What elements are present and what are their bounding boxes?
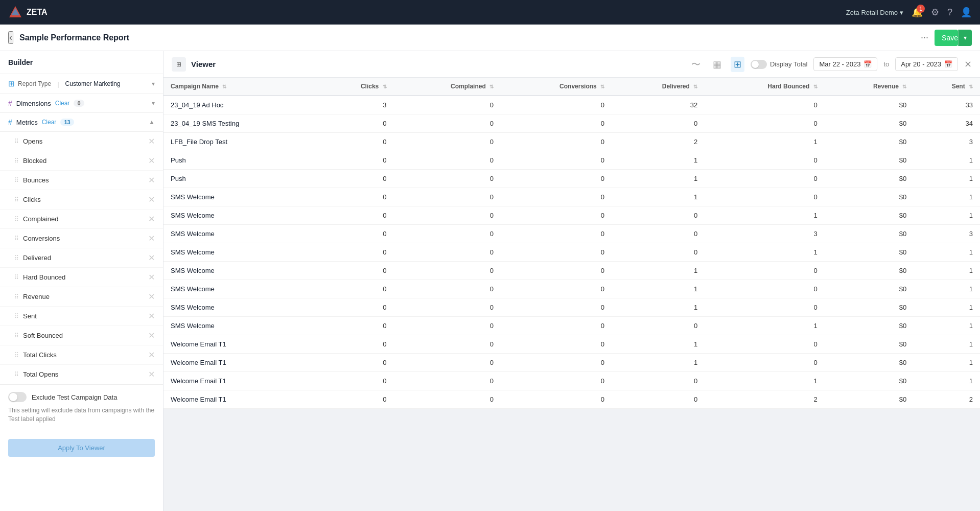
table-cell: 0 (705, 298, 824, 317)
table-cell: 0 (318, 298, 393, 317)
drag-handle-icon: ⠿ (14, 274, 19, 281)
table-cell: $0 (825, 188, 914, 206)
table-cell: 0 (705, 114, 824, 133)
table-row: Welcome Email T100010$01 (164, 335, 980, 354)
table-cell: SMS Welcome (164, 298, 318, 317)
remove-metric-button[interactable]: ✕ (148, 234, 155, 243)
table-cell: SMS Welcome (164, 280, 318, 298)
table-column-header[interactable]: Sent ⇅ (914, 78, 980, 96)
table-cell: 3 (914, 225, 980, 243)
table-cell: 0 (318, 354, 393, 372)
table-cell: $0 (825, 133, 914, 151)
table-column-header[interactable]: Delivered ⇅ (612, 78, 705, 96)
save-button[interactable]: Save (935, 30, 958, 46)
remove-metric-button[interactable]: ✕ (148, 350, 155, 360)
metric-item: ⠿ Bounces ✕ (0, 171, 163, 190)
table-cell: 1 (914, 298, 980, 317)
question-icon[interactable]: ? (947, 7, 952, 18)
remove-metric-button[interactable]: ✕ (148, 292, 155, 301)
remove-metric-button[interactable]: ✕ (148, 369, 155, 379)
remove-metric-button[interactable]: ✕ (148, 136, 155, 146)
remove-metric-button[interactable]: ✕ (148, 311, 155, 321)
table-row: Welcome Email T100002$02 (164, 390, 980, 409)
table-cell: $0 (825, 114, 914, 133)
user-icon[interactable]: 👤 (961, 7, 972, 18)
viewer-header: ⊞ Viewer 〜 ▦ ⊞ Display Total Mar 22 - 20… (164, 51, 980, 78)
table-cell: 0 (318, 317, 393, 335)
table-cell: 2 (612, 133, 705, 151)
gear-icon[interactable]: ⚙ (931, 7, 939, 18)
remove-metric-button[interactable]: ✕ (148, 195, 155, 204)
table-cell: 1 (705, 317, 824, 335)
remove-metric-button[interactable]: ✕ (148, 156, 155, 166)
viewer-panel: ⊞ Viewer 〜 ▦ ⊞ Display Total Mar 22 - 20… (164, 51, 980, 511)
table-cell: 0 (501, 96, 612, 114)
table-cell: $0 (825, 335, 914, 354)
back-button[interactable]: ‹ (8, 31, 13, 44)
table-cell: $0 (825, 317, 914, 335)
bar-chart-button[interactable]: ▦ (710, 57, 725, 72)
viewer-grid-icon[interactable]: ⊞ (172, 57, 186, 72)
table-cell: 0 (705, 96, 824, 114)
table-cell: 0 (501, 317, 612, 335)
date-to-label: to (883, 60, 889, 68)
date-from-input[interactable]: Mar 22 - 2023 📅 (813, 57, 877, 71)
metrics-clear-button[interactable]: Clear (42, 119, 57, 126)
drag-handle-icon: ⠿ (14, 138, 19, 145)
metrics-section-header[interactable]: # Metrics Clear 13 ▲ (0, 113, 163, 132)
remove-metric-button[interactable]: ✕ (148, 272, 155, 282)
table-cell: 0 (612, 243, 705, 262)
date-to-input[interactable]: Apr 20 - 2023 📅 (895, 57, 958, 71)
display-total-toggle[interactable]: Display Total (751, 60, 807, 69)
table-row: Push00010$01 (164, 151, 980, 170)
org-selector[interactable]: Zeta Retail Demo ▾ (846, 9, 903, 16)
remove-metric-button[interactable]: ✕ (148, 214, 155, 224)
table-row: Welcome Email T100010$01 (164, 354, 980, 372)
table-cell: 0 (612, 390, 705, 409)
table-cell: 0 (705, 262, 824, 280)
table-cell: 0 (394, 206, 501, 225)
table-cell: 0 (318, 133, 393, 151)
table-cell: SMS Welcome (164, 225, 318, 243)
remove-metric-button[interactable]: ✕ (148, 253, 155, 263)
remove-metric-button[interactable]: ✕ (148, 175, 155, 185)
more-options-button[interactable]: ··· (919, 30, 930, 45)
table-column-header[interactable]: Revenue ⇅ (825, 78, 914, 96)
table-cell: 1 (914, 170, 980, 188)
date-from-value: Mar 22 - 2023 (819, 60, 860, 68)
table-view-button[interactable]: ⊞ (731, 57, 744, 72)
line-chart-button[interactable]: 〜 (688, 56, 704, 73)
metric-name: Conversions (23, 235, 148, 242)
table-cell: 0 (705, 280, 824, 298)
builder-header: Builder (0, 51, 163, 74)
remove-metric-button[interactable]: ✕ (148, 331, 155, 340)
metric-item: ⠿ Delivered ✕ (0, 248, 163, 268)
table-column-header[interactable]: Clicks ⇅ (318, 78, 393, 96)
table-column-header[interactable]: Complained ⇅ (394, 78, 501, 96)
metrics-icon: # (8, 118, 12, 126)
notification-bell[interactable]: 🔔 1 (912, 7, 923, 18)
metrics-count-badge: 13 (60, 119, 74, 126)
table-cell: 1 (914, 372, 980, 390)
save-dropdown-button[interactable]: ▾ (958, 30, 972, 46)
table-cell: $0 (825, 225, 914, 243)
sort-icon: ⇅ (902, 84, 906, 89)
top-nav: ZETA Zeta Retail Demo ▾ 🔔 1 ⚙ ? 👤 (0, 0, 980, 25)
metric-item: ⠿ Soft Bounced ✕ (0, 326, 163, 345)
apply-to-viewer-button[interactable]: Apply To Viewer (8, 439, 155, 457)
table-column-header[interactable]: Hard Bounced ⇅ (705, 78, 824, 96)
exclude-toggle[interactable] (8, 392, 27, 402)
dimensions-clear-button[interactable]: Clear (55, 100, 70, 107)
close-date-button[interactable]: ✕ (964, 59, 972, 70)
table-column-header[interactable]: Conversions ⇅ (501, 78, 612, 96)
metric-name: Blocked (23, 157, 148, 165)
table-cell: Welcome Email T1 (164, 335, 318, 354)
table-cell: 0 (394, 243, 501, 262)
display-total-switch[interactable] (751, 60, 767, 69)
table-column-header[interactable]: Campaign Name ⇅ (164, 78, 318, 96)
report-type-row[interactable]: ⊞ Report Type | Customer Marketing ▾ (0, 74, 163, 94)
table-cell: 0 (318, 390, 393, 409)
dimensions-section-header[interactable]: # Dimensions Clear 0 ▾ (0, 94, 163, 113)
table-cell: 0 (705, 151, 824, 170)
table-cell: Welcome Email T1 (164, 354, 318, 372)
